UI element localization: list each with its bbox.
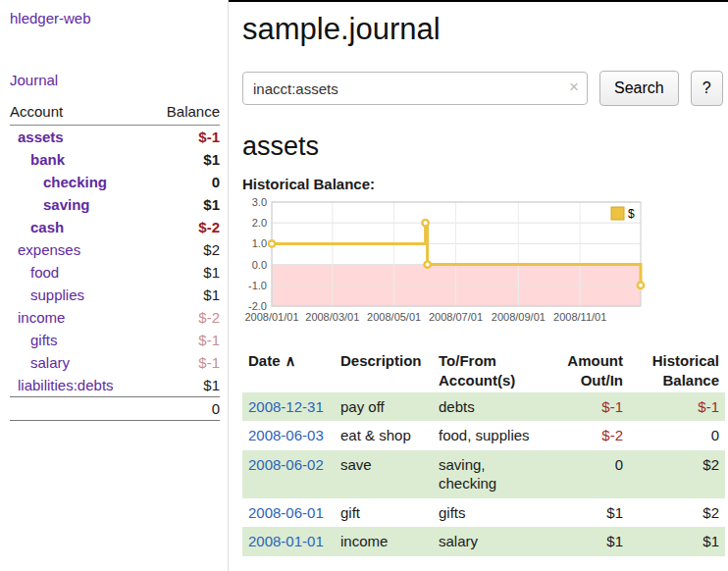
- register-date-cell: 2008-06-03: [242, 421, 335, 450]
- account-link[interactable]: expenses: [18, 241, 80, 258]
- chart-data-point: [638, 283, 644, 288]
- register-date-cell: 2008-12-31: [242, 392, 335, 422]
- account-balance: $1: [148, 148, 220, 171]
- register-row[interactable]: 2008-06-01giftgifts$1$2: [242, 498, 725, 528]
- account-link[interactable]: cash: [30, 219, 64, 235]
- chart-title: Historical Balance:: [242, 176, 725, 192]
- register-header-date[interactable]: Date∧: [242, 349, 335, 392]
- register-description-cell: pay off: [335, 392, 433, 422]
- chart-y-tick-label: 2.0: [252, 217, 267, 229]
- account-name-cell: liabilities:debts: [10, 374, 148, 397]
- account-link[interactable]: checking: [43, 174, 107, 190]
- account-row: saving$1: [10, 193, 220, 216]
- hledger-web-app: hledger-web Journal Account Balance asse…: [0, 0, 728, 571]
- account-link[interactable]: assets: [18, 129, 64, 145]
- chart-y-tick-label: 1.0: [252, 237, 267, 249]
- page-title: sample.journal: [242, 12, 725, 47]
- transaction-date-link[interactable]: 2008-06-03: [248, 427, 324, 443]
- register-balance-cell: $-1: [629, 392, 725, 422]
- accounts-total-spacer: [10, 397, 148, 421]
- chart-data-point: [424, 261, 430, 267]
- chart-data-point: [269, 240, 275, 246]
- accounts-header-account: Account: [10, 100, 148, 126]
- account-row: checking0: [10, 171, 220, 193]
- account-link[interactable]: supplies: [30, 286, 84, 303]
- account-link[interactable]: saving: [43, 196, 90, 213]
- account-balance: $-2: [148, 216, 220, 238]
- account-balance: $-1: [148, 329, 220, 351]
- register-row[interactable]: 2008-12-31pay offdebts$-1$-1: [242, 392, 725, 422]
- account-name-cell: supplies: [10, 284, 148, 306]
- register-header-row: Date∧ Description To/From Account(s) Amo…: [242, 349, 725, 392]
- register-row[interactable]: 2008-01-01incomesalary$1$1: [242, 527, 725, 556]
- account-heading: assets: [242, 131, 725, 162]
- transaction-date-link[interactable]: 2008-01-01: [248, 533, 324, 549]
- account-name-cell: expenses: [10, 238, 148, 261]
- account-name-cell: saving: [10, 193, 148, 216]
- account-row: salary$-1: [10, 351, 220, 374]
- chart-y-tick-label: 3.0: [252, 196, 267, 208]
- register-row[interactable]: 2008-06-02savesaving, checking0$2: [242, 450, 725, 498]
- account-row: income$-2: [10, 306, 220, 329]
- transaction-date-link[interactable]: 2008-06-01: [248, 504, 324, 521]
- chart-data-point: [422, 220, 428, 226]
- register-accounts-cell: gifts: [433, 498, 543, 528]
- register-header-balance: Historical Balance: [629, 349, 725, 392]
- register-header-accounts: To/From Account(s): [433, 349, 543, 392]
- chart-x-tick-label: 2008/11/01: [553, 311, 606, 323]
- register-date-cell: 2008-01-01: [242, 527, 335, 556]
- sort-asc-icon: ∧: [286, 352, 296, 369]
- transaction-date-link[interactable]: 2008-12-31: [248, 398, 324, 415]
- account-name-cell: gifts: [10, 329, 148, 351]
- account-link[interactable]: gifts: [30, 332, 58, 348]
- account-row: cash$-2: [10, 216, 220, 238]
- account-link[interactable]: food: [30, 264, 59, 281]
- account-name-cell: assets: [10, 126, 148, 149]
- account-name-cell: checking: [10, 171, 148, 193]
- account-balance: $1: [148, 284, 220, 306]
- register-accounts-cell: debts: [433, 392, 543, 422]
- register-balance-cell: $2: [629, 498, 725, 528]
- main-panel: sample.journal × Search ? assets Histori…: [229, 0, 728, 571]
- register-row[interactable]: 2008-06-03eat & shopfood, supplies$-20: [242, 421, 725, 450]
- register-accounts-cell: saving, checking: [433, 450, 543, 498]
- search-button[interactable]: Search: [599, 71, 679, 106]
- clear-search-icon[interactable]: ×: [569, 78, 579, 97]
- account-balance: $-1: [148, 126, 220, 149]
- transaction-date-link[interactable]: 2008-06-02: [248, 456, 324, 473]
- historical-balance-chart: 3.02.01.00.0-1.0-2.02008/01/012008/03/01…: [242, 196, 647, 332]
- accounts-total-value: 0: [148, 397, 220, 421]
- search-input[interactable]: [242, 72, 588, 105]
- account-balance: $-2: [148, 306, 220, 329]
- accounts-header-row: Account Balance: [10, 100, 220, 126]
- account-link[interactable]: liabilities:debts: [18, 377, 114, 393]
- account-row: supplies$1: [10, 284, 220, 306]
- account-row: assets$-1: [10, 126, 220, 149]
- register-balance-cell: $1: [629, 527, 725, 556]
- chart-x-tick-label: 2008/05/01: [367, 311, 421, 323]
- register-accounts-cell: food, supplies: [433, 421, 543, 450]
- sidebar-item-journal[interactable]: Journal: [10, 72, 220, 88]
- register-header-description: Description: [335, 349, 433, 392]
- account-link[interactable]: salary: [30, 354, 70, 371]
- account-link[interactable]: income: [18, 309, 65, 326]
- register-balance-cell: $2: [629, 450, 725, 498]
- account-name-cell: income: [10, 306, 148, 329]
- register-amount-cell: 0: [543, 450, 629, 498]
- account-row: food$1: [10, 261, 220, 284]
- account-row: expenses$2: [10, 238, 220, 261]
- register-amount-cell: $1: [543, 527, 629, 556]
- account-name-cell: cash: [10, 216, 148, 238]
- register-description-cell: save: [335, 450, 433, 498]
- accounts-header-balance: Balance: [148, 100, 220, 126]
- register-balance-cell: 0: [629, 421, 725, 450]
- chart-x-tick-label: 2008/09/01: [492, 311, 546, 323]
- search-bar: × Search ?: [242, 71, 725, 106]
- account-link[interactable]: bank: [30, 151, 65, 168]
- app-title-link[interactable]: hledger-web: [10, 10, 220, 26]
- account-name-cell: bank: [10, 148, 148, 171]
- register-amount-cell: $-1: [543, 392, 629, 422]
- register-table: Date∧ Description To/From Account(s) Amo…: [242, 349, 725, 556]
- account-balance: $2: [148, 238, 220, 261]
- help-button[interactable]: ?: [691, 71, 723, 106]
